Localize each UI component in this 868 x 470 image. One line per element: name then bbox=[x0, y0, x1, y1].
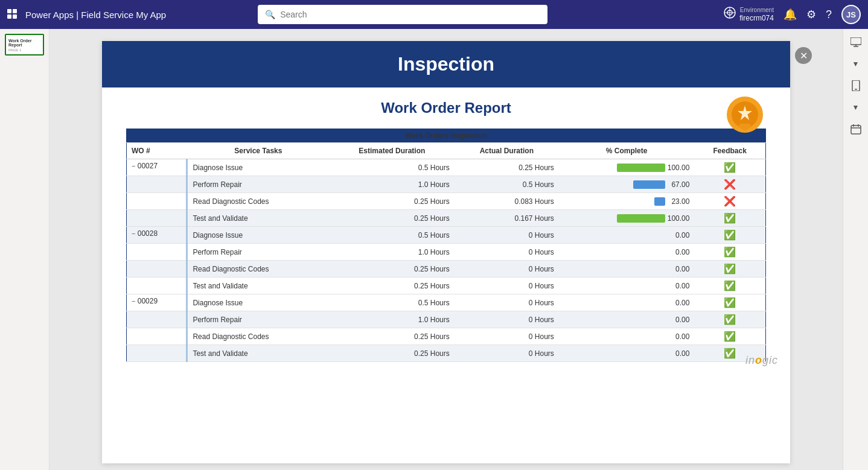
sidebar-calendar-icon[interactable] bbox=[847, 121, 864, 138]
col-actual: Actual Duration bbox=[455, 143, 559, 159]
td-task: Read Diagnostic Codes bbox=[187, 261, 330, 278]
table-row: Test and Validate0.25 Hours0.167 Hours10… bbox=[127, 210, 766, 227]
thumb-sub: PAGE 1 bbox=[8, 48, 40, 52]
td-wo bbox=[127, 345, 187, 362]
td-actual: 0.25 Hours bbox=[455, 159, 559, 176]
td-estimated: 0.25 Hours bbox=[330, 278, 455, 294]
sidebar-chevron-down-icon[interactable]: ▼ bbox=[847, 56, 864, 72]
td-pct: 0.00 bbox=[559, 261, 695, 278]
td-pct: 23.00 bbox=[559, 193, 695, 210]
sidebar-chevron-down-icon-2[interactable]: ▼ bbox=[847, 99, 864, 116]
check-icon: ✅ bbox=[724, 213, 736, 223]
check-icon: ✅ bbox=[724, 314, 736, 325]
td-actual: 0.083 Hours bbox=[455, 193, 559, 210]
td-estimated: 1.0 Hours bbox=[330, 244, 455, 261]
td-feedback: ❌ bbox=[694, 176, 765, 193]
td-estimated: 0.25 Hours bbox=[330, 210, 455, 227]
report-header: Inspection bbox=[102, 41, 790, 87]
check-icon: ✅ bbox=[724, 297, 736, 308]
td-wo bbox=[127, 210, 187, 227]
table-row: Test and Validate0.25 Hours0 Hours0.00✅ bbox=[127, 345, 766, 362]
svg-rect-2 bbox=[7, 14, 11, 19]
table-row: Perform Repair1.0 Hours0.5 Hours67.00❌ bbox=[127, 176, 766, 193]
td-estimated: 0.25 Hours bbox=[330, 193, 455, 210]
report-header-title: Inspection bbox=[114, 53, 778, 75]
td-estimated: 1.0 Hours bbox=[330, 311, 455, 328]
td-task: Perform Repair bbox=[187, 176, 330, 193]
sidebar-monitor-icon[interactable] bbox=[847, 34, 864, 51]
col-tasks: Service Tasks bbox=[187, 143, 330, 159]
report-title-row: Work Order Report bbox=[126, 100, 766, 116]
td-pct: 0.00 bbox=[559, 227, 695, 244]
field-service-logo bbox=[724, 94, 766, 136]
nav-title: Power Apps | Field Service My App bbox=[25, 10, 166, 20]
svg-rect-13 bbox=[850, 37, 861, 45]
thumbnail-card[interactable]: Work Order Report PAGE 1 bbox=[5, 34, 44, 56]
col-pct: % Complete bbox=[559, 143, 695, 159]
td-actual: 0 Hours bbox=[455, 345, 559, 362]
svg-rect-18 bbox=[851, 125, 861, 134]
td-feedback: ✅ bbox=[694, 294, 765, 311]
nav-right: Environment firecrm074 🔔 ⚙ ? JS bbox=[724, 5, 861, 24]
table-row: Test and Validate0.25 Hours0 Hours0.00✅ bbox=[127, 278, 766, 294]
td-task: Read Diagnostic Codes bbox=[187, 193, 330, 210]
check-icon: ✅ bbox=[724, 247, 736, 257]
environment-info: Environment firecrm074 bbox=[724, 6, 774, 24]
help-icon[interactable]: ? bbox=[826, 8, 832, 21]
table-row: Read Diagnostic Codes0.25 Hours0 Hours0.… bbox=[127, 328, 766, 345]
inogic-watermark: inogic bbox=[745, 354, 778, 367]
td-actual: 0 Hours bbox=[455, 278, 559, 294]
close-button[interactable]: ✕ bbox=[795, 47, 812, 64]
check-icon: ✅ bbox=[724, 281, 736, 291]
avatar[interactable]: JS bbox=[841, 5, 861, 24]
col-wo: WO # bbox=[127, 143, 187, 159]
sidebar-phone-icon[interactable] bbox=[847, 77, 864, 94]
td-wo bbox=[127, 261, 187, 278]
td-pct: 0.00 bbox=[559, 345, 695, 362]
td-actual: 0.5 Hours bbox=[455, 176, 559, 193]
td-wo bbox=[127, 244, 187, 261]
td-wo bbox=[127, 311, 187, 328]
td-estimated: 0.5 Hours bbox=[330, 159, 455, 176]
search-bar: 🔍 bbox=[258, 5, 547, 24]
search-icon: 🔍 bbox=[265, 10, 275, 19]
svg-rect-3 bbox=[13, 14, 17, 19]
td-estimated: 0.5 Hours bbox=[330, 227, 455, 244]
td-feedback: ✅ bbox=[694, 311, 765, 328]
svg-rect-0 bbox=[7, 9, 11, 13]
td-feedback: ❌ bbox=[694, 193, 765, 210]
td-actual: 0 Hours bbox=[455, 227, 559, 244]
settings-icon[interactable]: ⚙ bbox=[806, 8, 816, 21]
check-icon: ✅ bbox=[724, 264, 736, 274]
td-pct: 0.00 bbox=[559, 294, 695, 311]
notification-icon[interactable]: 🔔 bbox=[783, 8, 797, 21]
col-estimated: Estimated Duration bbox=[330, 143, 455, 159]
td-wo bbox=[127, 328, 187, 345]
main-layout: Work Order Report PAGE 1 ✕ Inspection Wo… bbox=[0, 29, 868, 470]
svg-rect-1 bbox=[13, 9, 17, 13]
table-row: Read Diagnostic Codes0.25 Hours0.083 Hou… bbox=[127, 193, 766, 210]
check-icon: ✅ bbox=[724, 331, 736, 341]
inspection-table: Work Orders Inspection WO # Service Task… bbox=[126, 129, 766, 362]
td-estimated: 0.25 Hours bbox=[330, 345, 455, 362]
td-task: Test and Validate bbox=[187, 345, 330, 362]
report-body-title: Work Order Report bbox=[381, 100, 511, 116]
grid-icon[interactable] bbox=[7, 9, 18, 20]
td-wo bbox=[127, 278, 187, 294]
td-feedback: ✅ bbox=[694, 244, 765, 261]
td-task: Test and Validate bbox=[187, 210, 330, 227]
td-wo bbox=[127, 176, 187, 193]
td-feedback: ✅ bbox=[694, 328, 765, 345]
col-feedback: Feedback bbox=[694, 143, 765, 159]
td-estimated: 0.5 Hours bbox=[330, 294, 455, 311]
report-page: ✕ Inspection Work Order Report bbox=[102, 41, 790, 463]
td-wo: − 00028 bbox=[127, 227, 187, 244]
thumb-title: Work Order Report bbox=[8, 39, 40, 47]
td-pct: 0.00 bbox=[559, 278, 695, 294]
top-nav: Power Apps | Field Service My App 🔍 Envi… bbox=[0, 0, 868, 29]
td-actual: 0 Hours bbox=[455, 311, 559, 328]
x-icon: ❌ bbox=[724, 179, 736, 189]
search-input[interactable] bbox=[280, 10, 540, 19]
table-row: Read Diagnostic Codes0.25 Hours0 Hours0.… bbox=[127, 261, 766, 278]
env-label: Environment bbox=[739, 6, 774, 14]
